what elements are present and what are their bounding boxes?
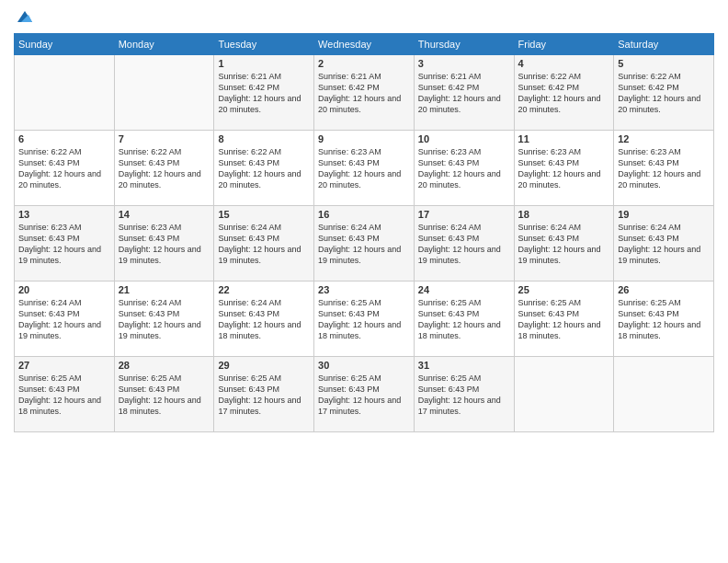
calendar-cell: 28Sunrise: 6:25 AM Sunset: 6:43 PM Dayli…: [114, 357, 214, 432]
calendar-week-row: 27Sunrise: 6:25 AM Sunset: 6:43 PM Dayli…: [15, 357, 714, 432]
calendar-cell: 24Sunrise: 6:25 AM Sunset: 6:43 PM Dayli…: [414, 282, 514, 357]
day-number: 19: [618, 209, 710, 220]
day-info: Sunrise: 6:25 AM Sunset: 6:43 PM Dayligh…: [218, 373, 310, 418]
calendar-cell: 4Sunrise: 6:22 AM Sunset: 6:42 PM Daylig…: [514, 55, 614, 131]
day-info: Sunrise: 6:24 AM Sunset: 6:43 PM Dayligh…: [218, 297, 310, 342]
day-info: Sunrise: 6:24 AM Sunset: 6:43 PM Dayligh…: [318, 222, 410, 267]
day-info: Sunrise: 6:25 AM Sunset: 6:43 PM Dayligh…: [418, 373, 510, 418]
calendar-cell: 10Sunrise: 6:23 AM Sunset: 6:43 PM Dayli…: [414, 131, 514, 206]
day-info: Sunrise: 6:25 AM Sunset: 6:43 PM Dayligh…: [618, 297, 710, 342]
calendar-cell: 31Sunrise: 6:25 AM Sunset: 6:43 PM Dayli…: [414, 357, 514, 432]
calendar-cell: 15Sunrise: 6:24 AM Sunset: 6:43 PM Dayli…: [214, 206, 314, 282]
calendar-cell: 18Sunrise: 6:24 AM Sunset: 6:43 PM Dayli…: [514, 206, 614, 282]
day-number: 11: [518, 133, 610, 144]
calendar-cell: 25Sunrise: 6:25 AM Sunset: 6:43 PM Dayli…: [514, 282, 614, 357]
calendar-cell: 12Sunrise: 6:23 AM Sunset: 6:43 PM Dayli…: [614, 131, 714, 206]
day-number: 9: [318, 133, 410, 144]
day-info: Sunrise: 6:25 AM Sunset: 6:43 PM Dayligh…: [119, 373, 210, 418]
calendar-cell: 14Sunrise: 6:23 AM Sunset: 6:43 PM Dayli…: [114, 206, 214, 282]
day-number: 20: [18, 284, 110, 295]
day-number: 5: [618, 58, 710, 69]
day-info: Sunrise: 6:24 AM Sunset: 6:43 PM Dayligh…: [119, 297, 210, 342]
day-number: 31: [418, 360, 510, 371]
calendar-cell: 16Sunrise: 6:24 AM Sunset: 6:43 PM Dayli…: [314, 206, 415, 282]
day-info: Sunrise: 6:22 AM Sunset: 6:43 PM Dayligh…: [119, 146, 210, 191]
weekday-header-tuesday: Tuesday: [214, 34, 314, 55]
day-number: 1: [218, 58, 310, 69]
day-number: 3: [418, 58, 510, 69]
calendar-cell: 11Sunrise: 6:23 AM Sunset: 6:43 PM Dayli…: [514, 131, 614, 206]
calendar-cell: 23Sunrise: 6:25 AM Sunset: 6:43 PM Dayli…: [314, 282, 415, 357]
day-number: 24: [418, 284, 510, 295]
calendar-cell: 27Sunrise: 6:25 AM Sunset: 6:43 PM Dayli…: [15, 357, 115, 432]
calendar-header: SundayMondayTuesdayWednesdayThursdayFrid…: [15, 34, 714, 55]
calendar-cell: 22Sunrise: 6:24 AM Sunset: 6:43 PM Dayli…: [214, 282, 314, 357]
day-info: Sunrise: 6:24 AM Sunset: 6:43 PM Dayligh…: [618, 222, 710, 267]
calendar-cell: 19Sunrise: 6:24 AM Sunset: 6:43 PM Dayli…: [614, 206, 714, 282]
day-info: Sunrise: 6:25 AM Sunset: 6:43 PM Dayligh…: [318, 297, 410, 342]
calendar-cell: [514, 357, 614, 432]
weekday-header-friday: Friday: [514, 34, 614, 55]
calendar-cell: 21Sunrise: 6:24 AM Sunset: 6:43 PM Dayli…: [114, 282, 214, 357]
day-number: 12: [618, 133, 710, 144]
day-info: Sunrise: 6:21 AM Sunset: 6:42 PM Dayligh…: [218, 71, 310, 116]
calendar-cell: 20Sunrise: 6:24 AM Sunset: 6:43 PM Dayli…: [15, 282, 115, 357]
calendar-cell: 1Sunrise: 6:21 AM Sunset: 6:42 PM Daylig…: [214, 55, 314, 131]
day-number: 25: [518, 284, 610, 295]
day-number: 17: [418, 209, 510, 220]
day-info: Sunrise: 6:23 AM Sunset: 6:43 PM Dayligh…: [418, 146, 510, 191]
day-info: Sunrise: 6:25 AM Sunset: 6:43 PM Dayligh…: [318, 373, 410, 418]
calendar-cell: 2Sunrise: 6:21 AM Sunset: 6:42 PM Daylig…: [314, 55, 415, 131]
day-info: Sunrise: 6:23 AM Sunset: 6:43 PM Dayligh…: [318, 146, 410, 191]
calendar-cell: 3Sunrise: 6:21 AM Sunset: 6:42 PM Daylig…: [414, 55, 514, 131]
day-info: Sunrise: 6:21 AM Sunset: 6:42 PM Dayligh…: [318, 71, 410, 116]
calendar-cell: 17Sunrise: 6:24 AM Sunset: 6:43 PM Dayli…: [414, 206, 514, 282]
calendar-cell: 9Sunrise: 6:23 AM Sunset: 6:43 PM Daylig…: [314, 131, 415, 206]
day-number: 13: [18, 209, 110, 220]
weekday-header-saturday: Saturday: [614, 34, 714, 55]
calendar-cell: 26Sunrise: 6:25 AM Sunset: 6:43 PM Dayli…: [614, 282, 714, 357]
day-number: 10: [418, 133, 510, 144]
day-info: Sunrise: 6:23 AM Sunset: 6:43 PM Dayligh…: [618, 146, 710, 191]
day-info: Sunrise: 6:22 AM Sunset: 6:43 PM Dayligh…: [218, 146, 310, 191]
day-number: 29: [218, 360, 310, 371]
day-number: 26: [618, 284, 710, 295]
day-info: Sunrise: 6:22 AM Sunset: 6:42 PM Dayligh…: [618, 71, 710, 116]
day-info: Sunrise: 6:23 AM Sunset: 6:43 PM Dayligh…: [518, 146, 610, 191]
weekday-header-thursday: Thursday: [414, 34, 514, 55]
day-number: 2: [318, 58, 410, 69]
day-number: 23: [318, 284, 410, 295]
calendar-body: 1Sunrise: 6:21 AM Sunset: 6:42 PM Daylig…: [15, 55, 714, 432]
day-number: 4: [518, 58, 610, 69]
calendar-cell: 29Sunrise: 6:25 AM Sunset: 6:43 PM Dayli…: [214, 357, 314, 432]
calendar-cell: 13Sunrise: 6:23 AM Sunset: 6:43 PM Dayli…: [15, 206, 115, 282]
day-info: Sunrise: 6:24 AM Sunset: 6:43 PM Dayligh…: [18, 297, 110, 342]
calendar-cell: 6Sunrise: 6:22 AM Sunset: 6:43 PM Daylig…: [15, 131, 115, 206]
day-number: 21: [119, 284, 210, 295]
page: SundayMondayTuesdayWednesdayThursdayFrid…: [0, 0, 728, 563]
weekday-header-row: SundayMondayTuesdayWednesdayThursdayFrid…: [15, 34, 714, 55]
day-number: 7: [119, 133, 210, 144]
calendar-cell: [114, 55, 214, 131]
weekday-header-sunday: Sunday: [15, 34, 115, 55]
day-number: 8: [218, 133, 310, 144]
header: [14, 9, 714, 26]
calendar-week-row: 13Sunrise: 6:23 AM Sunset: 6:43 PM Dayli…: [15, 206, 714, 282]
day-info: Sunrise: 6:25 AM Sunset: 6:43 PM Dayligh…: [418, 297, 510, 342]
day-info: Sunrise: 6:22 AM Sunset: 6:42 PM Dayligh…: [518, 71, 610, 116]
calendar-cell: 5Sunrise: 6:22 AM Sunset: 6:42 PM Daylig…: [614, 55, 714, 131]
calendar-cell: [15, 55, 115, 131]
calendar-cell: [614, 357, 714, 432]
day-info: Sunrise: 6:21 AM Sunset: 6:42 PM Dayligh…: [418, 71, 510, 116]
logo-icon: [16, 7, 34, 26]
calendar-cell: 8Sunrise: 6:22 AM Sunset: 6:43 PM Daylig…: [214, 131, 314, 206]
weekday-header-wednesday: Wednesday: [314, 34, 415, 55]
weekday-header-monday: Monday: [114, 34, 214, 55]
calendar-table: SundayMondayTuesdayWednesdayThursdayFrid…: [14, 33, 714, 432]
day-number: 30: [318, 360, 410, 371]
calendar-week-row: 6Sunrise: 6:22 AM Sunset: 6:43 PM Daylig…: [15, 131, 714, 206]
day-number: 6: [18, 133, 110, 144]
calendar-week-row: 1Sunrise: 6:21 AM Sunset: 6:42 PM Daylig…: [15, 55, 714, 131]
logo: [14, 9, 34, 26]
day-info: Sunrise: 6:25 AM Sunset: 6:43 PM Dayligh…: [518, 297, 610, 342]
